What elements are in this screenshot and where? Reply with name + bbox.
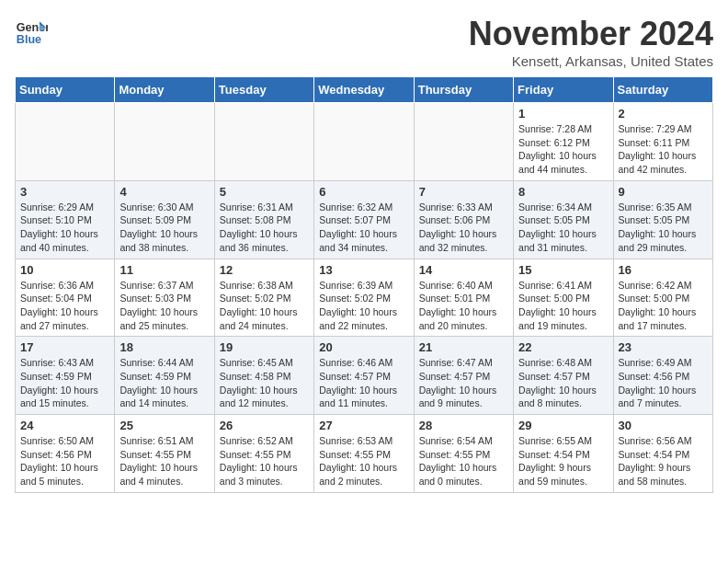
day-number: 20 [319,340,408,354]
svg-text:Blue: Blue [17,33,41,46]
day-content: Sunrise: 6:44 AM Sunset: 4:59 PM Dayligh… [119,356,209,410]
day-number: 11 [119,263,209,277]
day-number: 23 [619,340,708,354]
weekday-header-thursday: Thursday [414,77,513,103]
day-number: 21 [419,340,508,354]
logo: General Blue [15,15,48,48]
day-content: Sunrise: 7:28 AM Sunset: 6:12 PM Dayligh… [518,122,608,177]
weekday-header-friday: Friday [514,77,613,103]
calendar-table: SundayMondayTuesdayWednesdayThursdayFrid… [15,76,713,493]
day-content: Sunrise: 6:45 AM Sunset: 4:58 PM Dayligh… [220,356,309,410]
calendar-cell: 9Sunrise: 6:35 AM Sunset: 5:05 PM Daylig… [613,180,712,259]
day-content: Sunrise: 6:50 AM Sunset: 4:56 PM Dayligh… [20,434,109,488]
day-content: Sunrise: 6:36 AM Sunset: 5:04 PM Dayligh… [20,279,109,333]
day-number: 27 [319,419,408,432]
day-number: 8 [518,185,608,199]
calendar-cell: 4Sunrise: 6:30 AM Sunset: 5:09 PM Daylig… [115,180,214,259]
calendar-week-4: 17Sunrise: 6:43 AM Sunset: 4:59 PM Dayli… [16,337,713,415]
calendar-cell: 20Sunrise: 6:46 AM Sunset: 4:57 PM Dayli… [314,337,414,415]
day-content: Sunrise: 6:56 AM Sunset: 4:54 PM Dayligh… [619,434,708,488]
day-content: Sunrise: 6:53 AM Sunset: 4:55 PM Dayligh… [319,434,408,488]
day-content: Sunrise: 6:29 AM Sunset: 5:10 PM Dayligh… [20,201,109,255]
day-number: 7 [419,185,508,199]
day-number: 6 [319,185,408,199]
day-number: 28 [419,419,508,432]
calendar-cell: 1Sunrise: 7:28 AM Sunset: 6:12 PM Daylig… [514,103,613,181]
logo-icon: General Blue [15,15,48,48]
calendar-week-5: 24Sunrise: 6:50 AM Sunset: 4:56 PM Dayli… [16,415,713,493]
day-content: Sunrise: 6:39 AM Sunset: 5:02 PM Dayligh… [319,279,408,333]
calendar-cell: 14Sunrise: 6:40 AM Sunset: 5:01 PM Dayli… [414,259,513,337]
calendar-cell: 21Sunrise: 6:47 AM Sunset: 4:57 PM Dayli… [414,337,513,415]
weekday-header-sunday: Sunday [16,77,115,103]
day-number: 24 [20,419,109,432]
calendar-cell: 2Sunrise: 7:29 AM Sunset: 6:11 PM Daylig… [613,103,712,181]
calendar-cell: 17Sunrise: 6:43 AM Sunset: 4:59 PM Dayli… [16,337,115,415]
day-content: Sunrise: 6:46 AM Sunset: 4:57 PM Dayligh… [319,356,408,410]
calendar-cell: 6Sunrise: 6:32 AM Sunset: 5:07 PM Daylig… [314,180,414,259]
day-number: 18 [119,340,209,354]
location: Kensett, Arkansas, United States [469,53,713,69]
calendar-cell: 11Sunrise: 6:37 AM Sunset: 5:03 PM Dayli… [115,259,214,337]
day-content: Sunrise: 6:51 AM Sunset: 4:55 PM Dayligh… [119,434,209,488]
weekday-header-monday: Monday [115,77,214,103]
calendar-cell: 25Sunrise: 6:51 AM Sunset: 4:55 PM Dayli… [115,415,214,493]
day-number: 2 [619,107,708,121]
day-content: Sunrise: 6:42 AM Sunset: 5:00 PM Dayligh… [619,279,708,333]
calendar-cell: 3Sunrise: 6:29 AM Sunset: 5:10 PM Daylig… [16,180,115,259]
calendar-cell: 29Sunrise: 6:55 AM Sunset: 4:54 PM Dayli… [514,415,613,493]
day-number: 25 [119,419,209,432]
calendar-cell: 26Sunrise: 6:52 AM Sunset: 4:55 PM Dayli… [214,415,313,493]
day-content: Sunrise: 6:41 AM Sunset: 5:00 PM Dayligh… [518,279,608,333]
calendar-cell: 23Sunrise: 6:49 AM Sunset: 4:56 PM Dayli… [613,337,712,415]
weekday-header-tuesday: Tuesday [214,77,313,103]
day-content: Sunrise: 6:55 AM Sunset: 4:54 PM Dayligh… [518,434,608,488]
calendar-cell: 7Sunrise: 6:33 AM Sunset: 5:06 PM Daylig… [414,180,513,259]
day-number: 26 [220,419,309,432]
calendar-week-1: 1Sunrise: 7:28 AM Sunset: 6:12 PM Daylig… [16,103,713,181]
day-content: Sunrise: 6:40 AM Sunset: 5:01 PM Dayligh… [419,279,508,333]
calendar-cell: 30Sunrise: 6:56 AM Sunset: 4:54 PM Dayli… [613,415,712,493]
day-number: 12 [220,263,309,277]
calendar-cell: 13Sunrise: 6:39 AM Sunset: 5:02 PM Dayli… [314,259,414,337]
day-content: Sunrise: 6:31 AM Sunset: 5:08 PM Dayligh… [220,201,309,255]
day-number: 15 [518,263,608,277]
title-area: November 2024 Kensett, Arkansas, United … [469,15,713,69]
day-content: Sunrise: 7:29 AM Sunset: 6:11 PM Dayligh… [619,122,708,177]
day-number: 29 [518,419,608,432]
day-content: Sunrise: 6:43 AM Sunset: 4:59 PM Dayligh… [20,356,109,410]
day-number: 16 [619,263,708,277]
calendar-cell [115,103,214,181]
calendar-cell: 5Sunrise: 6:31 AM Sunset: 5:08 PM Daylig… [214,180,313,259]
calendar-cell [414,103,513,181]
calendar-cell: 22Sunrise: 6:48 AM Sunset: 4:57 PM Dayli… [514,337,613,415]
calendar-cell [214,103,313,181]
day-number: 5 [220,185,309,199]
calendar-body: 1Sunrise: 7:28 AM Sunset: 6:12 PM Daylig… [16,103,713,493]
calendar-cell: 27Sunrise: 6:53 AM Sunset: 4:55 PM Dayli… [314,415,414,493]
page-header: General Blue November 2024 Kensett, Arka… [15,15,713,69]
weekday-header-saturday: Saturday [613,77,712,103]
day-number: 9 [619,185,708,199]
calendar-cell: 18Sunrise: 6:44 AM Sunset: 4:59 PM Dayli… [115,337,214,415]
day-number: 30 [619,419,708,432]
day-content: Sunrise: 6:30 AM Sunset: 5:09 PM Dayligh… [119,201,209,255]
day-content: Sunrise: 6:38 AM Sunset: 5:02 PM Dayligh… [220,279,309,333]
day-content: Sunrise: 6:47 AM Sunset: 4:57 PM Dayligh… [419,356,508,410]
day-number: 10 [20,263,109,277]
day-content: Sunrise: 6:49 AM Sunset: 4:56 PM Dayligh… [619,356,708,410]
calendar-cell: 10Sunrise: 6:36 AM Sunset: 5:04 PM Dayli… [16,259,115,337]
weekday-header-wednesday: Wednesday [314,77,414,103]
day-content: Sunrise: 6:37 AM Sunset: 5:03 PM Dayligh… [119,279,209,333]
month-title: November 2024 [469,15,713,53]
day-number: 1 [518,107,608,121]
day-content: Sunrise: 6:35 AM Sunset: 5:05 PM Dayligh… [619,201,708,255]
calendar-cell: 16Sunrise: 6:42 AM Sunset: 5:00 PM Dayli… [613,259,712,337]
calendar-cell: 19Sunrise: 6:45 AM Sunset: 4:58 PM Dayli… [214,337,313,415]
day-number: 13 [319,263,408,277]
day-content: Sunrise: 6:33 AM Sunset: 5:06 PM Dayligh… [419,201,508,255]
calendar-cell: 15Sunrise: 6:41 AM Sunset: 5:00 PM Dayli… [514,259,613,337]
day-content: Sunrise: 6:52 AM Sunset: 4:55 PM Dayligh… [220,434,309,488]
day-number: 14 [419,263,508,277]
day-number: 17 [20,340,109,354]
